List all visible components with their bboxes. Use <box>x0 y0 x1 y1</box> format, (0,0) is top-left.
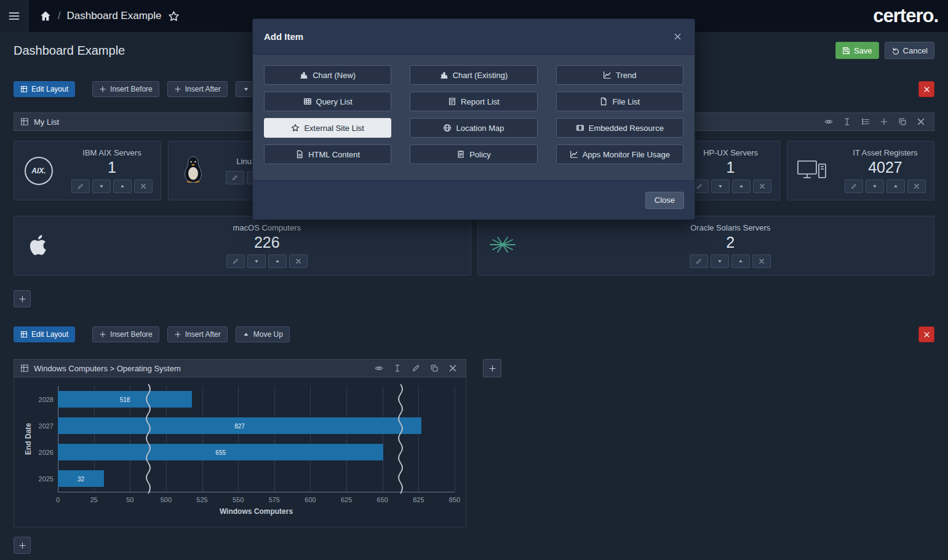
close-icon <box>914 183 920 189</box>
insert-before-button[interactable]: Insert Before <box>92 326 159 342</box>
remove-button[interactable] <box>752 254 771 268</box>
plus-icon <box>488 365 496 373</box>
pencil-icon <box>233 258 239 264</box>
x-axis-line <box>58 492 455 492</box>
edit-button[interactable] <box>226 254 245 268</box>
gridline <box>455 386 455 492</box>
insert-after-button[interactable]: Insert After <box>167 81 228 97</box>
insert-before-button[interactable]: Insert Before <box>92 81 159 97</box>
x-tick-label: 50 <box>126 496 133 503</box>
add-widget-button[interactable] <box>483 359 501 377</box>
edit-button[interactable] <box>71 179 90 193</box>
insert-after-button[interactable]: Insert After <box>167 326 228 342</box>
modal-item-chart-existing[interactable]: Chart (Existing) <box>410 65 537 85</box>
modal-item-file-list[interactable]: File List <box>556 92 683 111</box>
breadcrumb-separator: / <box>58 10 60 22</box>
y-tick-label: 2028 <box>39 396 54 403</box>
remove-button[interactable] <box>134 179 153 193</box>
card-value: 2 <box>726 234 735 251</box>
remove-row-button[interactable] <box>918 326 934 342</box>
x-tick-label: 625 <box>341 496 352 503</box>
modal-item-trend[interactable]: Trend <box>556 65 683 85</box>
close-icon <box>917 117 925 126</box>
page-title: Dashboard Example <box>14 44 125 58</box>
plus-icon <box>174 331 181 338</box>
move-up-button[interactable] <box>268 254 287 268</box>
modal-close-button[interactable] <box>671 31 683 43</box>
edit-layout-button[interactable]: Edit Layout <box>14 81 75 97</box>
add-widget-button[interactable] <box>14 290 31 307</box>
edit-button[interactable] <box>845 179 863 193</box>
modal-item-report-list[interactable]: Report List <box>410 92 537 111</box>
favorite-star-icon[interactable] <box>168 10 180 22</box>
edit-layout-button[interactable]: Edit Layout <box>14 326 75 342</box>
fit-button[interactable] <box>391 361 404 375</box>
modal-item-query-list[interactable]: Query List <box>264 92 391 111</box>
add-button[interactable] <box>877 115 891 128</box>
caret-up-icon <box>738 183 744 189</box>
edit-button[interactable] <box>690 254 708 268</box>
chart-body: End Date Windows Computers 0255050052555… <box>14 377 466 527</box>
move-up-button[interactable] <box>731 254 750 268</box>
axis-break-mark <box>144 384 153 494</box>
preview-button[interactable] <box>372 361 386 375</box>
save-button[interactable]: Save <box>835 42 879 59</box>
resize-icon <box>843 117 851 126</box>
preview-button[interactable] <box>822 115 835 128</box>
bottom-section-toolbar: Edit Layout Insert Before Insert After M… <box>14 326 934 342</box>
modal-item-embedded-resource[interactable]: Embedded Resource <box>556 118 683 138</box>
caret-down-icon <box>253 258 260 264</box>
modal-item-location-map[interactable]: Location Map <box>410 118 537 138</box>
globe-icon <box>443 124 452 132</box>
remove-row-button[interactable] <box>918 81 934 97</box>
gridline <box>346 386 347 492</box>
card-value: 1 <box>108 159 116 176</box>
remove-button[interactable] <box>914 115 928 128</box>
apple-logo <box>26 231 51 261</box>
move-up-button[interactable]: Move Up <box>236 326 290 342</box>
modal-item-apps-monitor-file-usage[interactable]: Apps Monitor File Usage <box>556 144 683 164</box>
move-down-button[interactable] <box>92 179 111 193</box>
move-down-button[interactable] <box>247 254 266 268</box>
pencil-icon <box>696 258 702 264</box>
remove-button[interactable] <box>289 254 308 268</box>
cancel-button[interactable]: Cancel <box>885 42 934 59</box>
modal-close-footer-button[interactable]: Close <box>645 192 684 209</box>
modal-item-external-site-list[interactable]: External Site List <box>264 118 391 138</box>
home-icon[interactable] <box>39 10 52 22</box>
breadcrumb-title[interactable]: Dashboard Example <box>66 10 161 22</box>
edit-button[interactable] <box>226 171 244 184</box>
remove-button[interactable] <box>446 361 460 375</box>
aix-logo: AIX. <box>25 157 53 185</box>
move-down-button[interactable] <box>711 179 730 193</box>
list-button[interactable] <box>859 115 872 128</box>
close-icon <box>759 183 765 189</box>
duplicate-button[interactable] <box>896 115 909 128</box>
caret-up-icon <box>242 331 250 338</box>
move-up-button[interactable] <box>732 179 751 193</box>
card-value: 226 <box>254 234 280 251</box>
fit-button[interactable] <box>840 115 854 128</box>
gridline <box>202 386 203 492</box>
remove-button[interactable] <box>907 179 926 193</box>
move-down-button[interactable] <box>711 254 729 268</box>
clipboard-icon <box>456 150 465 159</box>
remove-button[interactable] <box>753 179 771 193</box>
duplicate-button[interactable] <box>428 361 441 375</box>
resize-icon <box>393 364 402 373</box>
move-down-button[interactable] <box>866 179 884 193</box>
x-tick-label: 0 <box>56 496 60 503</box>
modal-item-chart-new[interactable]: Chart (New) <box>264 65 391 85</box>
table-icon <box>303 97 312 106</box>
modal-item-html-content[interactable]: HTML Content <box>264 144 391 164</box>
modal-item-policy[interactable]: Policy <box>410 144 537 164</box>
caret-up-icon <box>893 183 899 189</box>
menu-button[interactable] <box>0 0 28 32</box>
add-section-button[interactable] <box>14 537 31 554</box>
gridline <box>310 386 311 492</box>
edit-button[interactable] <box>409 361 423 375</box>
add-item-modal: Add Item Chart (New) Chart (Existing) Tr… <box>252 18 695 220</box>
move-up-button[interactable] <box>886 179 905 193</box>
move-up-button[interactable] <box>113 179 132 193</box>
card-title: IBM AIX Servers <box>82 148 141 157</box>
